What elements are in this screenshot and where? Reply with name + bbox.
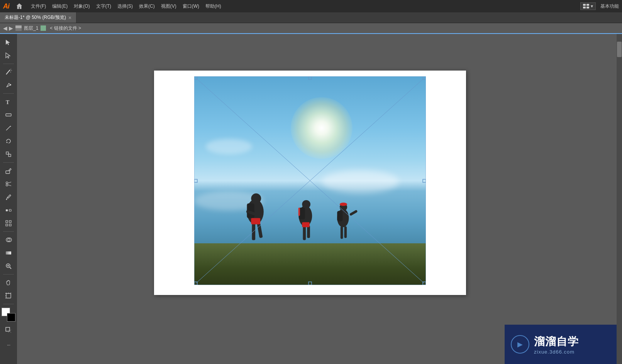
svg-line-39	[10, 267, 11, 269]
breadcrumb-back[interactable]: ◀	[3, 25, 7, 31]
svg-rect-31	[6, 221, 8, 222]
svg-rect-70	[344, 227, 347, 238]
rotate-tool[interactable]	[2, 135, 15, 147]
eyedropper-tool[interactable]	[2, 191, 15, 203]
breadcrumb-linked-file[interactable]: < 链接的文件 >	[50, 25, 81, 32]
workspace-area: ▾ 基本功能	[580, 2, 619, 10]
pen-tool[interactable]	[2, 79, 15, 91]
tab-title: 未标题-1* @ 50% (RGB/预览)	[5, 14, 66, 21]
menu-view[interactable]: 视图(V)	[158, 2, 180, 11]
svg-rect-42	[6, 293, 11, 298]
menu-select[interactable]: 选择(S)	[114, 2, 136, 11]
hikers-svg	[213, 170, 398, 253]
svg-marker-21	[9, 169, 11, 171]
menu-edit[interactable]: 编辑(E)	[49, 2, 71, 11]
menu-file[interactable]: 文件(F)	[28, 2, 49, 11]
svg-line-14	[6, 126, 10, 130]
tool-separator-2	[3, 93, 14, 94]
svg-marker-7	[9, 69, 10, 71]
tool-separator-1	[3, 64, 14, 64]
line-tool[interactable]	[2, 109, 15, 121]
svg-rect-58	[251, 218, 260, 224]
eraser-tool[interactable]	[2, 165, 15, 177]
svg-marker-16	[6, 142, 8, 143]
gradient-tool[interactable]	[2, 247, 15, 259]
watermark: ▶ 溜溜自学 zixue.3d66.com	[505, 325, 617, 364]
svg-rect-64	[302, 222, 309, 228]
svg-rect-3	[586, 7, 589, 8]
svg-point-23	[6, 184, 8, 186]
svg-rect-65	[298, 208, 300, 216]
svg-rect-28	[6, 209, 8, 211]
watermark-text: 溜溜自学 zixue.3d66.com	[534, 334, 579, 355]
main-layout: T	[0, 34, 622, 364]
breadcrumb-layer[interactable]: 图层_1	[24, 25, 38, 32]
stroke-fill-icon[interactable]	[2, 324, 15, 336]
scissors-tool[interactable]	[2, 178, 15, 190]
svg-point-61	[302, 200, 310, 209]
placed-image[interactable]	[194, 76, 426, 285]
hand-tool[interactable]	[2, 276, 15, 289]
shape-builder-tool[interactable]	[2, 234, 15, 246]
svg-point-11	[10, 84, 11, 86]
artboard-tool[interactable]	[2, 290, 15, 302]
menu-type[interactable]: 文字(T)	[93, 2, 114, 11]
svg-rect-37	[6, 251, 11, 254]
zoom-tool[interactable]	[2, 260, 15, 272]
mesh-tool[interactable]	[2, 217, 15, 229]
direct-selection-tool[interactable]	[2, 49, 15, 62]
svg-rect-32	[9, 221, 11, 222]
svg-rect-17	[6, 152, 8, 154]
more-tools[interactable]: ···	[2, 339, 15, 351]
svg-point-22	[6, 182, 8, 184]
svg-point-72	[340, 203, 347, 206]
view-toggle-button[interactable]: ▾	[580, 2, 596, 10]
menu-window[interactable]: 窗口(W)	[180, 2, 202, 11]
svg-rect-34	[9, 224, 11, 226]
svg-point-27	[6, 199, 7, 200]
svg-marker-4	[6, 40, 10, 45]
canvas-area[interactable]: ▶ 溜溜自学 zixue.3d66.com	[17, 34, 617, 364]
svg-rect-0	[583, 4, 586, 6]
tool-separator-3	[3, 162, 14, 163]
home-button[interactable]	[14, 1, 25, 12]
svg-marker-5	[6, 53, 10, 58]
document-tab[interactable]: 未标题-1* @ 50% (RGB/预览) ×	[0, 12, 76, 23]
breadcrumb-forward[interactable]: ▶	[9, 25, 13, 31]
svg-line-10	[10, 72, 11, 72]
selection-tool[interactable]	[2, 36, 15, 49]
color-swatches[interactable]	[2, 308, 15, 322]
magic-wand-tool[interactable]	[2, 66, 15, 78]
menu-help[interactable]: 帮助(H)	[202, 2, 224, 11]
svg-line-25	[8, 185, 11, 186]
breadcrumb-bar: ◀ ▶ 图层_1 < 链接的文件 >	[0, 23, 622, 34]
right-scrollbar[interactable]	[617, 34, 622, 364]
sun-glow	[291, 97, 353, 159]
watermark-url: zixue.3d66.com	[534, 349, 579, 355]
left-toolbar: T	[0, 34, 17, 364]
svg-point-54	[251, 194, 261, 204]
pencil-tool[interactable]	[2, 122, 15, 134]
svg-rect-56	[257, 223, 263, 238]
foreground-color-swatch[interactable]	[7, 313, 15, 322]
svg-rect-1	[586, 4, 589, 6]
svg-rect-67	[337, 211, 342, 222]
scrollbar-thumb[interactable]	[617, 42, 622, 57]
tab-bar: 未标题-1* @ 50% (RGB/预览) ×	[0, 12, 622, 23]
type-tool[interactable]: T	[2, 96, 15, 108]
svg-rect-20	[6, 171, 10, 174]
tool-separator-4	[3, 231, 14, 232]
svg-rect-62	[303, 226, 306, 240]
blend-tool[interactable]	[2, 204, 15, 216]
tab-close-button[interactable]: ×	[68, 15, 71, 21]
menu-effect[interactable]: 效果(C)	[136, 2, 158, 11]
artboard	[154, 71, 466, 295]
scale-tool[interactable]	[2, 148, 15, 160]
workspace-label-text: 基本功能	[600, 3, 619, 10]
menu-object[interactable]: 对象(O)	[71, 2, 93, 11]
svg-rect-69	[341, 227, 343, 239]
svg-rect-2	[583, 7, 586, 8]
ai-logo: Ai	[3, 2, 9, 10]
menu-bar: Ai 文件(F) 编辑(E) 对象(O) 文字(T) 选择(S) 效果(C) 视…	[0, 0, 622, 12]
svg-rect-29	[9, 209, 11, 211]
